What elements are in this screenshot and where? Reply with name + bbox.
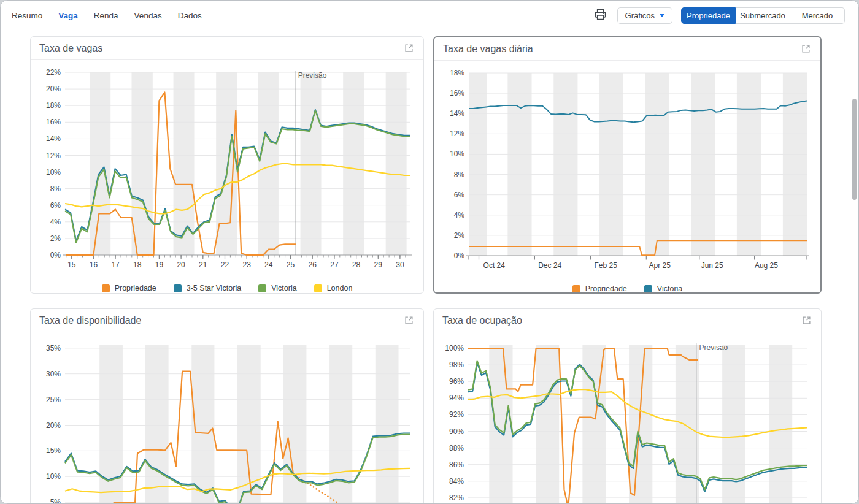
segment-submercado[interactable]: Submercado (736, 7, 790, 24)
legend-item: Propriedade (572, 284, 627, 293)
svg-text:98%: 98% (449, 361, 464, 369)
legend-swatch (258, 284, 266, 292)
svg-text:30: 30 (396, 261, 404, 269)
svg-text:25%: 25% (46, 395, 61, 404)
svg-text:4%: 4% (50, 218, 61, 226)
svg-text:94%: 94% (449, 394, 464, 402)
svg-text:30%: 30% (46, 370, 61, 378)
expand-icon[interactable] (800, 43, 812, 55)
svg-text:Feb 25: Feb 25 (595, 261, 618, 270)
svg-text:84%: 84% (449, 477, 464, 486)
svg-text:16: 16 (90, 261, 98, 269)
svg-text:Dec 24: Dec 24 (538, 261, 561, 270)
svg-text:0%: 0% (50, 251, 61, 259)
svg-text:20%: 20% (46, 421, 61, 430)
chart-card-taxa-de-ocupacao: Taxa de ocupação 82%84%86%88%90%92%94%96… (433, 308, 822, 504)
svg-text:16%: 16% (46, 118, 61, 126)
svg-text:2%: 2% (50, 234, 61, 243)
taxa-de-vagas-chart-canvas[interactable]: 0%2%4%6%8%10%12%14%16%18%20%22%151617181… (38, 64, 416, 280)
expand-icon[interactable] (801, 315, 812, 326)
app-window: Resumo Vaga Renda Vendas Dados (0, 0, 859, 504)
print-button[interactable] (592, 6, 609, 25)
svg-text:35%: 35% (46, 344, 61, 353)
svg-text:28: 28 (352, 261, 361, 269)
legend-item: Victoria (644, 284, 682, 293)
vertical-scrollbar-thumb[interactable] (852, 99, 857, 200)
legend-item: Victoria (258, 284, 296, 292)
svg-text:4%: 4% (454, 211, 465, 220)
charts-dropdown[interactable]: Gráficos (617, 7, 672, 24)
svg-text:82%: 82% (449, 494, 464, 502)
svg-text:Previsão: Previsão (298, 71, 327, 80)
legend-label: Victoria (657, 284, 682, 293)
svg-text:2%: 2% (454, 231, 465, 240)
svg-text:27: 27 (330, 261, 339, 269)
svg-text:92%: 92% (449, 410, 464, 419)
chart-legend: Propriedade3-5 Star VictoriaVictoriaLond… (38, 280, 416, 292)
taxa-de-disponibilidade-chart-canvas[interactable]: 5%10%15%20%25%30%35% (38, 336, 416, 504)
svg-text:19: 19 (155, 261, 164, 269)
svg-text:23: 23 (243, 261, 252, 269)
chart-legend: PropriedadeVictoria (442, 280, 813, 293)
svg-text:26: 26 (309, 261, 317, 269)
taxa-de-ocupacao-chart-canvas[interactable]: 82%84%86%88%90%92%94%96%98%100%Previsão (441, 336, 814, 504)
svg-text:20%: 20% (46, 85, 61, 93)
tab-dados[interactable]: Dados (178, 11, 202, 20)
legend-item: London (314, 284, 353, 292)
svg-text:17: 17 (111, 261, 120, 269)
tab-bar: Resumo Vaga Renda Vendas Dados (12, 5, 209, 26)
chart-card-taxa-de-vagas-diaria: Taxa de vagas diária 0%2%4%6%8%10%12%14%… (433, 36, 822, 294)
chart-title: Taxa de vagas (39, 43, 102, 54)
svg-text:86%: 86% (449, 460, 464, 469)
legend-label: London (327, 284, 353, 292)
legend-label: 3-5 Star Victoria (187, 284, 241, 292)
tab-resumo[interactable]: Resumo (12, 11, 42, 20)
svg-text:Aug 25: Aug 25 (755, 261, 778, 270)
svg-text:Previsão: Previsão (699, 343, 728, 352)
segment-propriedade[interactable]: Propriedade (681, 7, 736, 24)
chevron-down-icon (660, 14, 664, 17)
legend-swatch (102, 284, 110, 292)
svg-text:14%: 14% (46, 134, 61, 143)
svg-text:15%: 15% (46, 446, 61, 455)
svg-text:0%: 0% (454, 251, 465, 260)
svg-text:96%: 96% (449, 377, 464, 386)
svg-text:Jun 25: Jun 25 (701, 261, 723, 270)
top-toolbar: Resumo Vaga Renda Vendas Dados (1, 1, 858, 30)
tab-renda[interactable]: Renda (94, 11, 118, 20)
legend-swatch (572, 285, 580, 293)
svg-text:20: 20 (177, 261, 185, 269)
svg-text:10%: 10% (46, 168, 61, 177)
legend-swatch (174, 284, 182, 292)
svg-text:21: 21 (199, 261, 207, 269)
chart-card-taxa-de-disponibilidade: Taxa de disponibilidade 5%10%15%20%25%30… (30, 308, 424, 504)
toolbar-actions: Gráficos Propriedade Submercado Mercado (592, 6, 845, 25)
svg-text:22%: 22% (46, 68, 61, 77)
svg-text:8%: 8% (50, 185, 61, 193)
svg-text:14%: 14% (450, 109, 464, 118)
svg-text:16%: 16% (450, 89, 464, 97)
tab-vendas[interactable]: Vendas (134, 11, 162, 20)
chart-title: Taxa de ocupação (442, 315, 522, 326)
svg-text:Apr 25: Apr 25 (649, 261, 671, 270)
expand-icon[interactable] (403, 315, 415, 326)
chart-title: Taxa de vagas diária (443, 44, 533, 55)
legend-label: Victoria (271, 284, 296, 292)
legend-item: Propriedade (102, 284, 156, 292)
app-page: Resumo Vaga Renda Vendas Dados (0, 0, 859, 504)
legend-swatch (644, 285, 652, 293)
expand-icon[interactable] (403, 42, 415, 54)
svg-text:90%: 90% (449, 427, 464, 436)
scope-switcher: Propriedade Submercado Mercado (681, 7, 845, 24)
legend-label: Propriedade (115, 284, 156, 292)
svg-text:18%: 18% (450, 69, 464, 77)
tab-vaga[interactable]: Vaga (58, 11, 78, 20)
segment-mercado[interactable]: Mercado (790, 7, 845, 24)
svg-text:Oct 24: Oct 24 (483, 261, 506, 270)
taxa-de-vagas-diaria-chart-canvas[interactable]: 0%2%4%6%8%10%12%14%16%18%Oct 24Dec 24Feb… (442, 64, 813, 280)
svg-text:12%: 12% (46, 151, 61, 160)
svg-text:10%: 10% (46, 472, 61, 481)
svg-text:6%: 6% (454, 191, 465, 199)
legend-item: 3-5 Star Victoria (174, 284, 241, 292)
svg-text:8%: 8% (454, 170, 465, 179)
